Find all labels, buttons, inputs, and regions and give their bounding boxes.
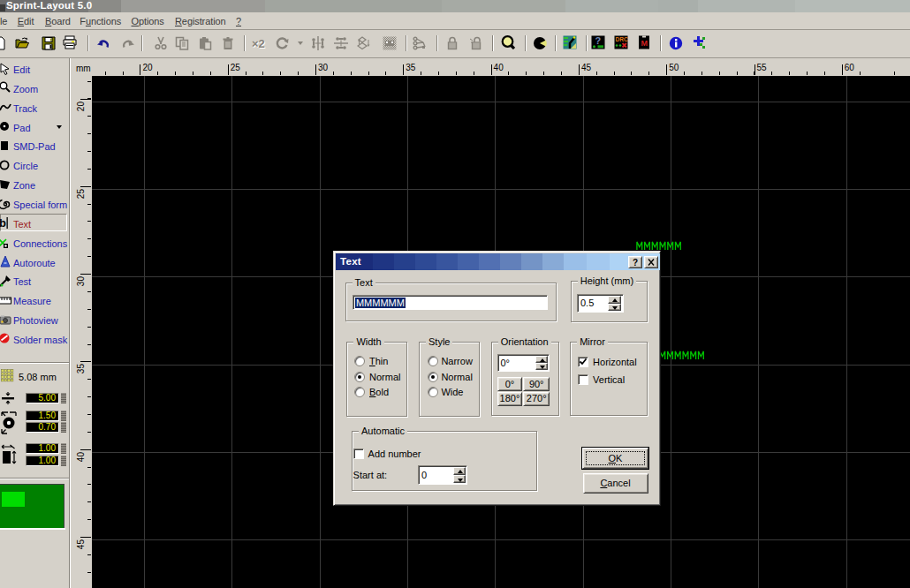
svg-text:M: M	[641, 39, 648, 48]
svg-text:?: ?	[595, 35, 601, 46]
svg-text:b: b	[0, 216, 6, 230]
svg-text:DRC: DRC	[616, 36, 628, 42]
